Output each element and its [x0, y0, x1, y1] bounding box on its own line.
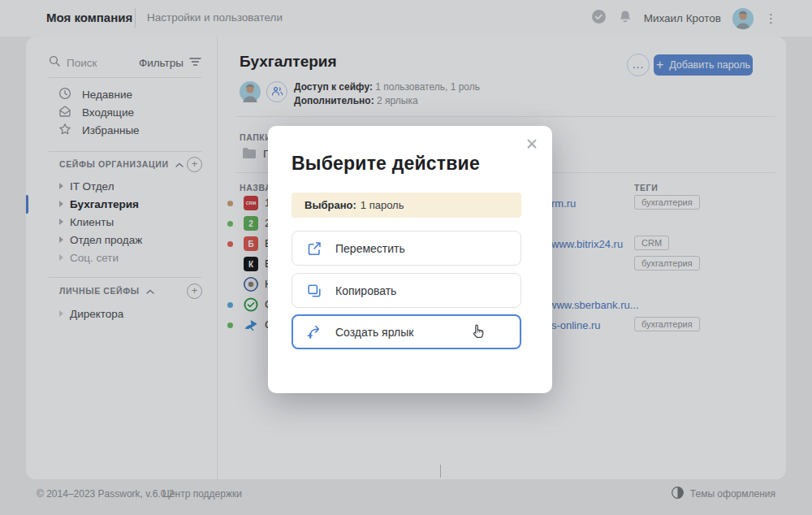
move-button[interactable]: Переместить [292, 231, 521, 266]
mouse-cursor-hand-icon [470, 322, 487, 340]
selection-banner: Выбрано: 1 пароль [292, 193, 521, 218]
action-modal: ✕ Выберите действие Выбрано: 1 пароль Пе… [268, 126, 552, 393]
copy-button[interactable]: Копировать [292, 273, 521, 308]
create-shortcut-label: Создать ярлык [335, 326, 413, 339]
close-icon[interactable]: ✕ [525, 137, 539, 152]
move-icon [306, 240, 322, 257]
selected-label: Выбрано: [304, 199, 356, 211]
modal-title: Выберите действие [292, 153, 480, 175]
selected-value: 1 пароль [361, 199, 404, 211]
copy-label: Копировать [335, 284, 396, 297]
move-label: Переместить [335, 242, 405, 255]
copy-icon [306, 283, 322, 299]
create-shortcut-icon [306, 324, 322, 340]
